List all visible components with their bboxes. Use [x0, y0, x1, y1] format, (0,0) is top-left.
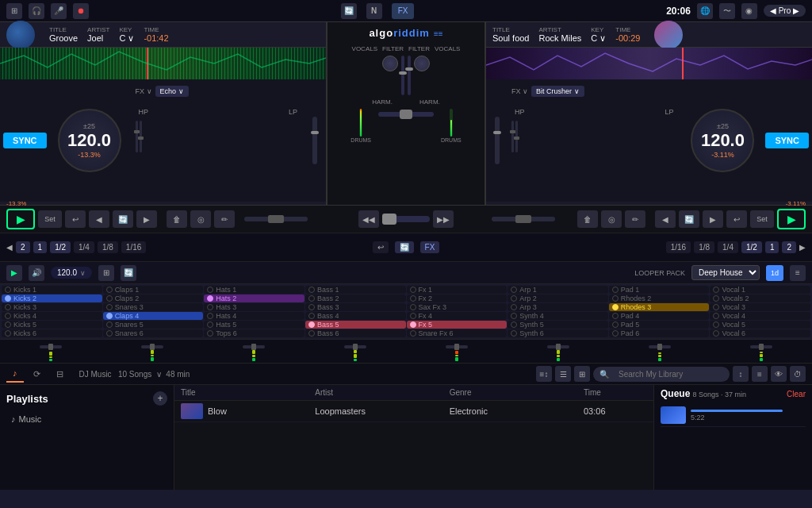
vol-slider-right[interactable]	[495, 117, 500, 164]
sample-cell[interactable]: Fx 4	[407, 312, 508, 320]
sample-cell[interactable]: Fx 1	[407, 286, 508, 294]
queue-track-item[interactable]: 5:22	[661, 404, 806, 427]
sample-cell[interactable]: Pad 6	[609, 329, 710, 337]
tab-files[interactable]: ⊟	[50, 366, 70, 383]
loop-icon-right[interactable]: 🔄	[679, 210, 699, 228]
sync-icon[interactable]: 🔄	[341, 3, 357, 19]
fader-horizontal[interactable]	[446, 345, 468, 348]
loop-btn-1-left[interactable]: 1	[33, 241, 48, 253]
fader-horizontal[interactable]	[750, 345, 772, 348]
add-playlist-button[interactable]: +	[153, 391, 167, 406]
pitch-slider-right[interactable]	[492, 217, 555, 221]
table-row[interactable]: Blow Loopmasters Electronic 03:06	[174, 401, 653, 422]
fader-horizontal[interactable]	[344, 345, 366, 348]
sample-cell[interactable]: Hats 4	[204, 312, 304, 320]
sample-cell[interactable]: Kicks 1	[2, 286, 102, 294]
sample-cell[interactable]: Hats 2	[204, 294, 304, 302]
loop-btn-2-left[interactable]: 2	[16, 241, 30, 253]
waveform-icon[interactable]: 〜	[719, 3, 735, 19]
headset-icon[interactable]: ◉	[741, 3, 757, 19]
sample-cell[interactable]: Fx 2	[407, 294, 508, 302]
sample-cell[interactable]: Arp 2	[508, 294, 608, 302]
sample-cell[interactable]: Vocal 6	[710, 329, 810, 337]
edit-left-button[interactable]: ✏	[214, 210, 235, 228]
fader-horizontal[interactable]	[141, 345, 163, 348]
sample-cell[interactable]: Tops 6	[204, 329, 304, 337]
mic-icon[interactable]: 🎤	[51, 3, 67, 19]
sample-cell[interactable]: Bass 2	[305, 294, 406, 302]
loop-icon-left[interactable]: 🔄	[113, 210, 133, 228]
grid-view-lib-icon[interactable]: ⊞	[574, 366, 590, 382]
sample-cell[interactable]: Vocal 5	[710, 321, 810, 329]
loop-left-arrow[interactable]: ◀	[6, 243, 13, 252]
sample-cell[interactable]: Snares 3	[103, 303, 204, 311]
fader-horizontal[interactable]	[40, 345, 62, 348]
loop-btn-2-right[interactable]: 2	[782, 241, 796, 253]
loop-btn-sixteenth-right[interactable]: 1/16	[666, 241, 691, 253]
sample-cell[interactable]: Arp 3	[508, 303, 608, 311]
play-left-button[interactable]: ▶	[6, 209, 35, 229]
sync-left-button[interactable]: SYNC	[3, 133, 47, 148]
loop-center-btn1[interactable]: ↩	[373, 241, 389, 253]
loop-btn-half-left[interactable]: 1/2	[50, 241, 71, 253]
pitch-slider-left[interactable]	[244, 217, 308, 221]
sample-cell[interactable]: Rhodes 3	[609, 303, 710, 311]
sample-cell[interactable]: Kicks 5	[2, 321, 102, 329]
sample-cell[interactable]: Vocal 1	[710, 286, 810, 294]
loop-btn-1-right[interactable]: 1	[765, 241, 779, 253]
sample-cell[interactable]: Vocal 4	[710, 312, 810, 320]
sample-cell[interactable]: Bass 1	[305, 286, 406, 294]
sample-cell[interactable]: Kicks 2	[2, 294, 102, 302]
sort-tracks-icon[interactable]: ≡	[752, 366, 768, 382]
next-right-button[interactable]: ▶	[703, 210, 723, 228]
record-icon[interactable]: ⏺	[73, 3, 89, 19]
loop-btn-quarter-right[interactable]: 1/4	[718, 241, 738, 253]
loop-left-button[interactable]: ↩	[65, 210, 86, 228]
fader-horizontal[interactable]	[649, 345, 671, 348]
sample-cell[interactable]: Vocals 2	[710, 294, 810, 302]
sample-cell[interactable]: Hats 3	[204, 303, 304, 311]
sample-cell[interactable]: Vocal 3	[710, 303, 810, 311]
cue-right-button[interactable]: ◎	[601, 210, 622, 228]
sample-cell[interactable]: Snares 6	[103, 329, 204, 337]
prev-right-button[interactable]: ◀	[655, 210, 676, 228]
tab-history[interactable]: ⟳	[27, 366, 47, 383]
sample-cell[interactable]: Kicks 6	[2, 329, 102, 337]
pro-badge[interactable]: ◀ Pro ▶	[764, 5, 806, 17]
sample-cell[interactable]: Bass 3	[305, 303, 406, 311]
fx-button[interactable]: FX	[392, 3, 415, 19]
sample-cell[interactable]: Hats 5	[204, 321, 304, 329]
sync-right-button[interactable]: SYNC	[765, 133, 809, 148]
loop-right-arrow[interactable]: ▶	[799, 243, 806, 252]
loop-center-fx[interactable]: FX	[420, 241, 440, 253]
transport-center-btn[interactable]: ◀◀	[358, 210, 379, 228]
loop-btn-quarter-left[interactable]: 1/4	[74, 241, 94, 253]
fx-name-right[interactable]: Bit Crusher ∨	[531, 86, 584, 97]
settings-sampler-icon[interactable]: ≡	[790, 265, 806, 281]
grid-view-icon[interactable]: ⊞	[98, 265, 114, 281]
sidebar-item-music[interactable]: ♪ Music	[6, 412, 167, 426]
eye-icon[interactable]: 👁	[771, 366, 787, 382]
fader-horizontal[interactable]	[243, 345, 265, 348]
sample-cell[interactable]: Synth 6	[508, 329, 608, 337]
deck-right-waveform[interactable]	[486, 48, 812, 79]
sample-cell[interactable]: Claps 1	[103, 286, 204, 294]
clear-queue-button[interactable]: Clear	[787, 390, 806, 398]
headphone-icon[interactable]: 🎧	[29, 3, 44, 19]
sample-cell[interactable]: Kicks 4	[2, 312, 102, 320]
grid-size-icon[interactable]: 1d	[766, 265, 783, 281]
loop-btn-sixteenth-left[interactable]: 1/16	[121, 241, 146, 253]
deck-left-waveform[interactable]	[0, 48, 326, 79]
vol-slider-left[interactable]	[312, 117, 317, 164]
n-icon[interactable]: N	[366, 3, 382, 19]
sample-cell[interactable]: Pad 5	[609, 321, 710, 329]
cue-left-button[interactable]: ◎	[190, 210, 211, 228]
filter-icon[interactable]: ≡↕	[536, 366, 552, 382]
sample-cell[interactable]: Bass 4	[305, 312, 406, 320]
looper-pack-select[interactable]: Deep House	[691, 265, 760, 280]
transport-center-btn2[interactable]: ▶▶	[433, 210, 454, 228]
sample-cell[interactable]: Claps 2	[103, 294, 204, 302]
play-right-button[interactable]: ▶	[777, 209, 806, 229]
tab-music[interactable]: ♪	[6, 365, 24, 383]
grid-icon[interactable]: ⊞	[6, 3, 22, 19]
